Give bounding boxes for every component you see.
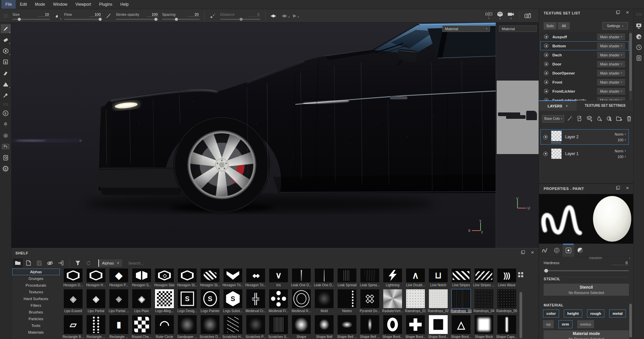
size-value[interactable]: 10 xyxy=(38,12,50,17)
shelf-item[interactable]: Hexagon St... xyxy=(176,269,199,289)
tab-texture-set-settings[interactable]: TEXTURE SET SETTINGS xyxy=(577,100,634,111)
layer-name[interactable]: Layer 2 xyxy=(565,135,615,139)
smudge-tool-button[interactable] xyxy=(1,68,11,78)
shelf-item[interactable]: Hexagon Tri... xyxy=(221,269,244,289)
material-mode-button[interactable]: Material mode No Resource Selected xyxy=(544,330,629,339)
screenshot-camera-icon[interactable] xyxy=(525,13,531,18)
stroke-opacity-slider[interactable] xyxy=(116,19,159,20)
undock-panel-icon[interactable] xyxy=(521,250,525,254)
texture-set-radio[interactable] xyxy=(544,35,548,39)
shelf-item[interactable]: ╬ Medieval Cr... xyxy=(244,289,267,314)
shader-settings-icon[interactable] xyxy=(635,33,643,41)
toolbar-grip[interactable] xyxy=(3,14,8,18)
layer-visibility-radio[interactable] xyxy=(543,135,548,139)
shader-select[interactable]: Main shader ▾ xyxy=(597,43,625,49)
blend-mode-select[interactable]: Norm ▾ xyxy=(615,132,626,136)
texture-set-radio[interactable] xyxy=(544,89,548,93)
shelf-item[interactable]: Shape Brick xyxy=(473,315,495,339)
notifications-bell-icon[interactable] xyxy=(1,120,11,129)
mesh-display-toggle[interactable]: ▾ xyxy=(497,11,503,20)
flow-value[interactable]: 100 xyxy=(90,12,102,17)
tab-material[interactable] xyxy=(574,244,586,257)
shelf-item[interactable]: Sandpaper ... xyxy=(176,315,199,339)
shelf-item[interactable]: Shape Bell ... xyxy=(336,315,358,339)
shelf-export-button[interactable] xyxy=(56,258,66,268)
layer-name[interactable]: Layer 1 xyxy=(565,151,615,156)
refresh-icon[interactable] xyxy=(84,258,94,268)
shelf-item[interactable]: Line Stripes ... xyxy=(473,269,495,289)
material-name-field[interactable]: Material xyxy=(499,26,537,32)
shelf-item[interactable]: Shape Bord... xyxy=(404,315,427,339)
channel-toggle[interactable]: height xyxy=(564,309,582,318)
shelf-category-item[interactable]: Procedurals xyxy=(12,282,60,289)
log-icon[interactable] xyxy=(635,54,643,62)
menu-item[interactable]: Window xyxy=(49,0,71,9)
chip-close-icon[interactable]: × xyxy=(117,261,119,265)
add-layer-icon[interactable] xyxy=(585,115,594,123)
shelf-item[interactable]: Raindrops_01 xyxy=(404,289,427,314)
channel-filter-select[interactable]: Base Colo ▾ xyxy=(542,115,564,123)
shelf-item[interactable]: Raindrops_05 xyxy=(495,289,518,314)
add-folder-icon[interactable] xyxy=(615,115,624,123)
shelf-item[interactable]: Line Stripes xyxy=(450,269,473,289)
shelf-item[interactable]: ◆◆ Hexagon Tri... xyxy=(244,269,267,289)
shelf-item[interactable]: ◈ Lips Partial xyxy=(85,289,107,314)
shelf-item[interactable]: Scratches H... xyxy=(221,315,244,339)
texture-set-row[interactable]: DoorOpener Main shader ▾ xyxy=(540,68,629,78)
material-picker-tool-button[interactable] xyxy=(1,91,11,100)
tab-alpha[interactable] xyxy=(562,244,574,257)
close-icon[interactable]: × xyxy=(626,186,629,190)
shelf-item[interactable]: ∨ Iris xyxy=(267,269,290,289)
mirror-symmetry-axis-icon[interactable]: ◀▶▾ xyxy=(282,13,289,18)
distance-slider[interactable] xyxy=(220,19,260,20)
shelf-item[interactable]: Leak Spread xyxy=(336,269,358,289)
solo-button[interactable]: Solo xyxy=(544,22,556,30)
shelf-item[interactable]: ▱ Rectangle B... xyxy=(62,315,85,339)
shelf-item[interactable]: ⊔ Line Notch xyxy=(427,269,450,289)
shelf-item[interactable]: Scratches D... xyxy=(199,315,221,339)
shelf-item[interactable]: ◆ Hexagon P... xyxy=(107,269,130,289)
shelf-item[interactable]: Raindrops_02 xyxy=(427,289,450,314)
radial-symmetry-icon[interactable]: •▶▾ xyxy=(293,13,298,18)
shader-select[interactable]: Main shader ▾ xyxy=(597,88,625,95)
tab-close-icon[interactable]: × xyxy=(565,104,568,108)
opacity-select[interactable]: 100 ▾ xyxy=(617,138,626,142)
shelf-item[interactable]: Mold xyxy=(313,289,336,314)
spacing-value[interactable]: 20 xyxy=(188,12,200,17)
history-clock-icon[interactable] xyxy=(635,43,643,51)
display-settings-icon[interactable] xyxy=(635,22,643,30)
add-effect-icon[interactable] xyxy=(575,115,584,123)
texture-set-radio[interactable] xyxy=(544,98,548,100)
all-button[interactable]: All xyxy=(558,22,570,30)
undock-panel-icon[interactable] xyxy=(616,186,620,190)
magic-wand-icon[interactable] xyxy=(565,115,574,123)
shelf-item[interactable]: Leak One D... xyxy=(290,269,313,289)
menu-item[interactable]: Edit xyxy=(16,0,31,9)
shelf-category-item[interactable]: Materials xyxy=(12,329,60,336)
shelf-item[interactable]: Shape Bord... xyxy=(381,315,404,339)
texture-set-row[interactable]: Bottom Main shader ▾ xyxy=(540,41,629,50)
shader-select[interactable]: Main shader ▾ xyxy=(597,61,625,67)
viewport-3d[interactable]: Material ▾ Y X z xyxy=(11,22,496,248)
shelf-item[interactable]: ▮ Rectangle ... xyxy=(107,315,130,339)
shader-select[interactable]: Main shader ▾ xyxy=(597,97,625,101)
stencil-resource-button[interactable]: Stencil No Resource Selected xyxy=(544,284,629,296)
shelf-item[interactable]: Nieten xyxy=(336,289,358,314)
shader-select[interactable]: Main shader ▾ xyxy=(597,79,625,86)
stroke-opacity-value[interactable]: 100 xyxy=(147,12,159,17)
shelf-item[interactable]: Scratches S... xyxy=(267,315,290,339)
shelf-folder-button[interactable] xyxy=(13,258,23,268)
projection-tool-button[interactable]: ▾ xyxy=(1,46,11,55)
shelf-item[interactable]: ◈ Lips Plain xyxy=(130,289,153,314)
shader-select[interactable]: Main shader ▾ xyxy=(597,52,625,58)
shader-select[interactable]: Main shader ▾ xyxy=(597,70,625,77)
opacity-select[interactable]: 100 ▾ xyxy=(617,155,626,159)
layer-row-layer1[interactable]: Layer 1 Norm ▾ 100 ▾ xyxy=(540,146,629,161)
shader-mode-select[interactable]: Material ▾ xyxy=(442,26,490,32)
menu-item[interactable]: Mode xyxy=(31,0,49,9)
shelf-item[interactable]: Lightning xyxy=(381,269,404,289)
delete-layer-trash-icon[interactable] xyxy=(625,115,634,123)
shelf-item[interactable]: ))) Lines Wave xyxy=(495,269,518,289)
layer-thumbnail[interactable] xyxy=(551,148,562,159)
clone-tool-button[interactable]: ▾ xyxy=(1,80,11,89)
